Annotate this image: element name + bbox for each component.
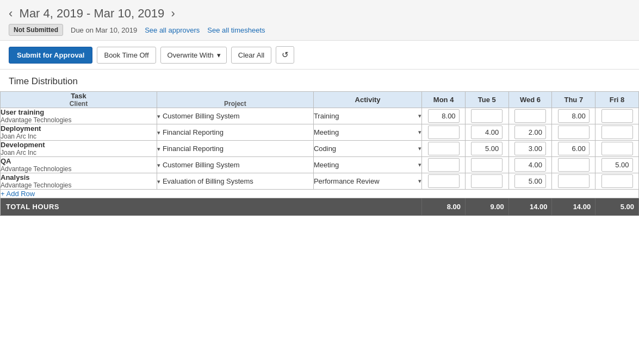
hours-cell-row0-day4[interactable] [595,108,639,124]
task-arrow-icon[interactable]: ▾ [157,129,160,136]
hours-cell-row2-day0[interactable] [422,141,466,157]
activity-label: Training [314,112,416,120]
hours-input-row2-day2[interactable] [514,142,546,155]
hours-cell-row3-day3[interactable] [552,157,595,173]
hours-cell-row3-day0[interactable] [422,157,466,173]
activity-dropdown-icon[interactable]: ▾ [418,161,421,168]
date-range-text: Mar 4, 2019 - Mar 10, 2019 [20,7,165,20]
task-project-cell: ▾Evaluation of Billing Systems [157,173,313,190]
col-header-wed: Wed 6 [508,92,552,108]
time-distribution-table: Task Client Project Activity Mon 4 Tue 5… [0,91,639,216]
activity-dropdown-icon[interactable]: ▾ [418,178,421,185]
task-name: Analysis [1,173,157,181]
hours-input-row3-day0[interactable] [428,158,460,172]
hours-input-row2-day3[interactable] [558,142,590,155]
activity-label: Meeting [314,128,416,136]
hours-cell-row4-day0[interactable] [422,173,466,190]
prev-arrow[interactable]: ‹ [9,7,13,20]
task-project: Financial Reporting [163,128,224,136]
see-approvers-link[interactable]: See all approvers [145,26,200,34]
hours-cell-row3-day1[interactable] [465,157,508,173]
hours-input-row3-day1[interactable] [471,158,502,172]
hours-cell-row2-day2[interactable] [508,141,552,157]
hours-input-row1-day0[interactable] [428,125,460,139]
hours-cell-row4-day4[interactable] [595,173,639,190]
activity-dropdown-icon[interactable]: ▾ [418,129,421,136]
hours-cell-row3-day2[interactable] [508,157,552,173]
hours-input-row0-day3[interactable] [558,109,590,123]
hours-cell-row1-day2[interactable] [508,124,552,141]
hours-cell-row2-day3[interactable] [552,141,595,157]
date-range-title: ‹ Mar 4, 2019 - Mar 10, 2019 › [9,7,630,21]
table-row: Deployment Joan Arc Inc▾Financial Report… [1,124,639,141]
hours-cell-row2-day1[interactable] [465,141,508,157]
task-name-cell: Analysis Advantage Technologies [1,173,157,190]
hours-cell-row4-day2[interactable] [508,173,552,190]
hours-cell-row1-day4[interactable] [595,124,639,141]
task-name-cell: QA Advantage Technologies [1,157,157,173]
hours-cell-row1-day1[interactable] [465,124,508,141]
task-arrow-icon[interactable]: ▾ [157,146,160,152]
hours-input-row0-day4[interactable] [601,109,633,123]
task-name: QA [1,157,157,165]
hours-cell-row0-day2[interactable] [508,108,552,124]
hours-cell-row0-day3[interactable] [552,108,595,124]
activity-label: Meeting [314,161,416,169]
activity-dropdown-icon[interactable]: ▾ [418,145,421,152]
hours-cell-row0-day0[interactable] [422,108,466,124]
task-name-cell: Deployment Joan Arc Inc [1,124,157,141]
hours-input-row0-day1[interactable] [471,109,502,123]
activity-cell: Performance Review ▾ [313,173,421,190]
activity-dropdown-icon[interactable]: ▾ [418,112,421,120]
activity-cell: Meeting ▾ [313,124,421,141]
status-badge: Not Submitted [9,24,63,36]
hours-input-row1-day2[interactable] [514,125,546,139]
refresh-button[interactable]: ↺ [276,46,294,64]
activity-label: Performance Review [314,177,416,185]
hours-input-row4-day4[interactable] [601,174,633,188]
task-name: Deployment [1,124,157,133]
task-arrow-icon[interactable]: ▾ [157,178,160,185]
hours-input-row2-day0[interactable] [428,142,460,155]
hours-cell-row3-day4[interactable] [595,157,639,173]
task-client: Advantage Technologies [1,116,157,124]
hours-input-row3-day3[interactable] [558,158,590,172]
hours-input-row2-day4[interactable] [601,142,633,155]
hours-input-row3-day4[interactable] [601,158,633,172]
hours-input-row3-day2[interactable] [514,158,546,172]
task-project: Financial Reporting [163,145,224,153]
hours-cell-row4-day1[interactable] [465,173,508,190]
overwrite-with-button[interactable]: Overwrite With ▾ [160,47,227,64]
add-row-link[interactable]: + Add Row [1,190,35,198]
hours-input-row1-day4[interactable] [601,125,633,139]
hours-input-row0-day0[interactable] [428,109,460,123]
task-name: Development [1,141,157,149]
clear-all-button[interactable]: Clear All [231,47,271,64]
task-name-cell: Development Joan Arc Inc [1,141,157,157]
submit-for-approval-button[interactable]: Submit for Approval [9,47,92,64]
activity-label: Coding [314,145,416,153]
add-row-tr: + Add Row [1,190,639,198]
hours-input-row4-day3[interactable] [558,174,590,188]
total-hours-day3: 14.00 [552,198,595,216]
hours-cell-row1-day0[interactable] [422,124,466,141]
hours-input-row1-day1[interactable] [471,125,502,139]
hours-cell-row1-day3[interactable] [552,124,595,141]
hours-cell-row2-day4[interactable] [595,141,639,157]
hours-input-row4-day2[interactable] [514,174,546,188]
activity-cell: Meeting ▾ [313,157,421,173]
book-time-off-button[interactable]: Book Time Off [97,47,156,64]
see-timesheets-link[interactable]: See all timesheets [207,26,265,34]
task-arrow-icon[interactable]: ▾ [157,162,160,168]
hours-input-row2-day1[interactable] [471,142,502,155]
table-row: Analysis Advantage Technologies▾Evaluati… [1,173,639,190]
hours-cell-row0-day1[interactable] [465,108,508,124]
hours-input-row4-day0[interactable] [428,174,460,188]
next-arrow[interactable]: › [171,7,175,20]
hours-input-row4-day1[interactable] [471,174,502,188]
hours-cell-row4-day3[interactable] [552,173,595,190]
hours-input-row1-day3[interactable] [558,125,590,139]
toolbar: Submit for Approval Book Time Off Overwr… [0,41,639,70]
task-arrow-icon[interactable]: ▾ [157,113,160,120]
hours-input-row0-day2[interactable] [514,109,546,123]
